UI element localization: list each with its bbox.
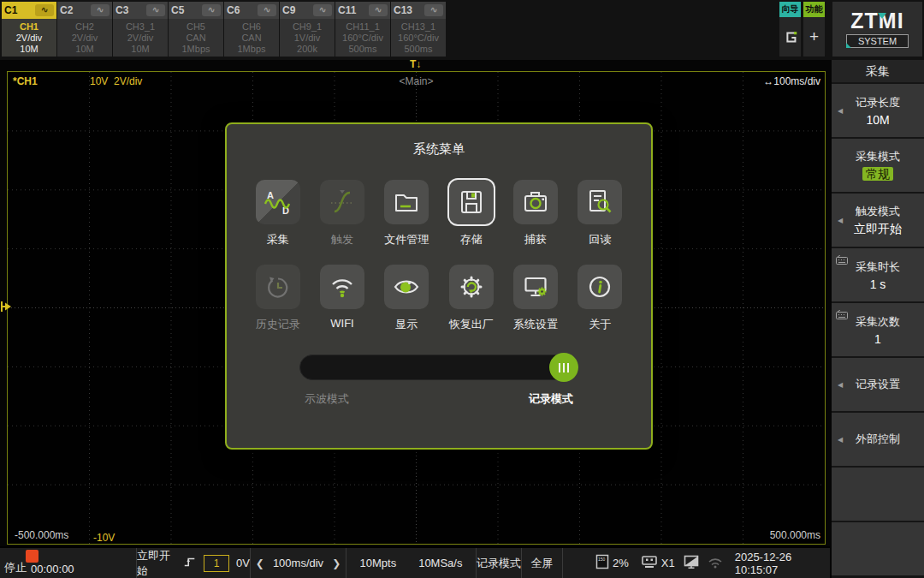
menu-item-readback[interactable]: 回读 xyxy=(568,180,632,247)
channel-detail: 10M xyxy=(2,44,56,54)
channel-scale: 1V/div xyxy=(280,33,335,43)
sidebar-item-empty xyxy=(832,468,924,521)
trigger-settings[interactable]: 立即开始 1 0V xyxy=(137,548,251,578)
wizard-button[interactable]: 向导 xyxy=(779,2,801,57)
channel-name: CH11_1 xyxy=(335,21,390,32)
trigger-source-box[interactable]: 1 xyxy=(204,555,229,572)
channel-tab-c3[interactable]: C3∿ CH3_12V/div10M xyxy=(113,2,168,57)
channel-scale: 160°C/div xyxy=(391,33,446,43)
channel-tab-c9[interactable]: C9∿ CH9_11V/div200k xyxy=(280,2,335,57)
channel-id: C9 xyxy=(282,4,295,16)
menu-item-trigger[interactable]: 触发 xyxy=(310,180,374,247)
datetime: 2025-12-26 10:15:07 xyxy=(735,551,830,576)
sidebar-item-trigger-mode[interactable]: ◀ 触发模式 立即开始 xyxy=(832,194,924,247)
sidebar-item-external-control[interactable]: ◀ 外部控制 xyxy=(832,413,924,466)
top-bar: C1∿ CH12V/div10M C2∿ CH22V/div10M C3∿ CH… xyxy=(0,0,924,60)
timebase-prev-icon[interactable]: ❮ xyxy=(256,557,264,569)
stop-indicator-icon[interactable] xyxy=(26,550,38,563)
history-icon xyxy=(256,265,300,309)
channel-scale: 2V/div xyxy=(2,33,56,43)
menu-item-acquire[interactable]: AD 采集 xyxy=(246,180,310,247)
channel-detail: 500ms xyxy=(335,44,390,54)
trigger-icon xyxy=(320,180,364,224)
run-state-label: 停止 xyxy=(4,560,27,575)
eye-icon xyxy=(384,265,429,309)
channel-tab-c11[interactable]: C11∿ CH11_1160°C/div500ms xyxy=(335,2,390,57)
menu-item-capture[interactable]: 捕获 xyxy=(503,180,567,247)
channel-scale: 2V/div xyxy=(113,33,168,43)
menu-item-display[interactable]: 显示 xyxy=(375,265,439,332)
channel-name: CH1 xyxy=(2,21,56,32)
channel-tab-c2[interactable]: C2∿ CH22V/div10M xyxy=(57,2,112,57)
expand-arrow-icon: ◀ xyxy=(838,436,843,444)
channel-detail: 10M xyxy=(113,44,168,54)
menu-item-wifi[interactable]: WIFI xyxy=(310,265,374,332)
view-label: <Main> xyxy=(8,75,825,87)
channel-position-marker[interactable] xyxy=(0,300,12,317)
trigger-mode-label: 立即开始 xyxy=(137,548,176,578)
channel-tab-c13[interactable]: C13∿ CH13_1160°C/div500ms xyxy=(391,2,446,57)
waveform-icon: ∿ xyxy=(35,4,54,16)
disk-icon: 150 xyxy=(595,554,609,572)
mode-switch-track[interactable] xyxy=(299,355,578,380)
menu-item-system-settings[interactable]: 系统设置 xyxy=(503,265,567,332)
waveform-icon: ∿ xyxy=(313,4,332,16)
channel-detail: 200k xyxy=(280,44,335,54)
fullscreen-button[interactable]: 全屏 xyxy=(522,548,563,578)
function-button[interactable]: 功能 + xyxy=(803,2,825,57)
channel-tab-c6[interactable]: C6∿ CH6CAN1Mbps xyxy=(224,2,279,57)
mode-button[interactable]: 记录模式 xyxy=(477,548,522,578)
mode-switch-knob[interactable] xyxy=(549,353,578,382)
sidebar-item-acquisition-mode[interactable]: 采集模式 常规 xyxy=(832,139,924,192)
sidebar-title: 采集 xyxy=(832,60,924,82)
menu-item-history[interactable]: 历史记录 xyxy=(246,265,310,332)
svg-text:150: 150 xyxy=(598,557,606,562)
channel-detail: 1Mbps xyxy=(224,44,279,54)
sidebar-item-acquisition-duration[interactable]: 采集时长 1 s xyxy=(832,248,924,301)
channel-id: C3 xyxy=(116,4,128,16)
sidebar-item-acquisition-count[interactable]: 采集次数 1 xyxy=(832,303,924,356)
sidebar-item-record-length[interactable]: ◀ 记录长度 10M xyxy=(832,84,924,137)
channel-id: C2 xyxy=(60,4,73,16)
mode-badge: 常规 xyxy=(862,167,893,181)
svg-text:A: A xyxy=(267,190,274,200)
record-mode-label[interactable]: 记录模式 xyxy=(529,391,573,407)
disk-usage: 2% xyxy=(613,557,629,569)
camera-icon xyxy=(513,180,558,224)
menu-item-about[interactable]: 关于 xyxy=(568,265,632,332)
display-icon xyxy=(684,555,699,571)
sidebar-item-record-settings[interactable]: ◀ 记录设置 xyxy=(832,358,924,411)
channel-id: C13 xyxy=(394,4,412,16)
keyboard-icon xyxy=(836,253,848,268)
menu-item-storage[interactable]: 存储 xyxy=(439,180,503,247)
expand-arrow-icon: ◀ xyxy=(838,107,843,115)
channel-scale: 2V/div xyxy=(57,33,112,43)
time-start-label: -500.000ms xyxy=(15,529,68,541)
expand-arrow-icon: ◀ xyxy=(838,217,843,224)
menu-item-factory-reset[interactable]: 恢复出厂 xyxy=(439,265,503,332)
trigger-level-label: 0V xyxy=(236,557,250,569)
timebase-control[interactable]: ❮ 100ms/div ❯ xyxy=(251,548,346,578)
timebase-value: 100ms/div xyxy=(273,557,323,569)
channel-tab-c5[interactable]: C5∿ CH5CAN1Mbps xyxy=(169,2,223,57)
run-status-section: 停止 00:00:00 xyxy=(0,548,137,578)
status-tray: 150 2% X1 2025-12-26 10:15:07 xyxy=(563,548,830,578)
usb-icon xyxy=(641,555,658,571)
channel-scale: 160°C/div xyxy=(335,33,390,43)
channel-scale: CAN xyxy=(224,33,279,43)
channel-tab-c1[interactable]: C1∿ CH12V/div10M xyxy=(2,2,56,57)
trigger-position-marker[interactable]: T↓ xyxy=(410,58,421,70)
system-corner-icon xyxy=(846,43,851,48)
sidebar-item-empty xyxy=(832,522,924,575)
folder-icon xyxy=(384,180,429,224)
scope-mode-label[interactable]: 示波模式 xyxy=(305,391,349,407)
channel-tabs: C1∿ CH12V/div10M C2∿ CH22V/div10M C3∿ CH… xyxy=(2,2,446,57)
expand-arrow-icon: ◀ xyxy=(838,381,843,389)
sidebar: 采集 ◀ 记录长度 10M 采集模式 常规 ◀ 触发模式 立即开始 采集时长 1… xyxy=(832,60,924,578)
time-end-label: 500.000ms xyxy=(770,529,820,541)
timebase-next-icon[interactable]: ❯ xyxy=(332,557,341,569)
menu-item-file-manager[interactable]: 文件管理 xyxy=(375,180,439,247)
sample-info: 10Mpts 10MSa/s xyxy=(346,548,477,578)
channel-id: C11 xyxy=(338,4,356,16)
wifi-icon xyxy=(320,265,364,309)
